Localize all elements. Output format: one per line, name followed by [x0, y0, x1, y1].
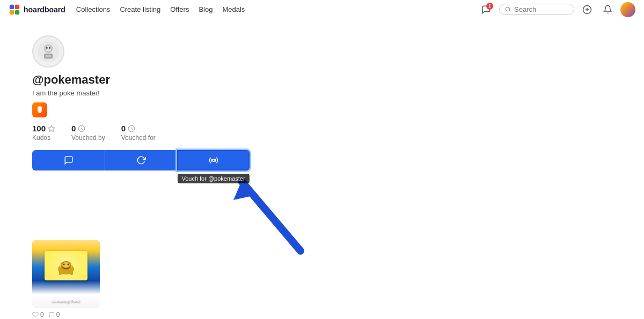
svg-rect-14	[38, 106, 41, 112]
svg-rect-1	[15, 4, 19, 9]
follow-button[interactable]	[105, 150, 177, 170]
svg-rect-15	[38, 107, 38, 112]
svg-rect-2	[10, 10, 14, 14]
svg-point-4	[506, 7, 509, 11]
vouched-by-value: 0	[71, 124, 76, 133]
profile-username: @pokemaster	[32, 73, 612, 87]
user-avatar[interactable]	[620, 2, 635, 17]
svg-rect-3	[15, 10, 19, 14]
message-icon	[64, 155, 74, 165]
profile-avatar	[32, 35, 64, 68]
nav-right: 1	[479, 2, 635, 17]
listing-card[interactable]: Amazing Rare 0 0 Raikou | Viv	[32, 240, 100, 319]
svg-line-5	[509, 11, 510, 12]
logo-text: hoardboard	[24, 5, 65, 14]
svg-rect-26	[59, 271, 62, 275]
svg-rect-16	[41, 107, 42, 112]
vouched-for-label: Vouched for	[121, 134, 156, 142]
listing-likes: 0	[32, 311, 44, 318]
vouch-icon	[209, 155, 218, 165]
profile-badge	[32, 102, 612, 117]
comment-icon	[48, 311, 55, 318]
nav-offers[interactable]: Offers	[170, 5, 189, 13]
stat-kudos: 100 Kudos	[32, 124, 55, 142]
vouch-tooltip: Vouch for @pokemaster	[177, 174, 249, 183]
logo[interactable]: hoardboard	[9, 4, 65, 16]
svg-marker-23	[233, 181, 258, 200]
nav-collections[interactable]: Collections	[76, 5, 111, 13]
navbar: hoardboard Collections Create listing Of…	[0, 0, 644, 19]
kudos-label: Kudos	[32, 134, 55, 142]
badge-icon	[32, 102, 47, 117]
search-input[interactable]	[514, 5, 568, 13]
vouched-for-icon	[128, 125, 135, 132]
nav-links: Collections Create listing Offers Blog M…	[76, 5, 245, 13]
main-content: @pokemaster I am the poke master! 100 Ku…	[0, 19, 644, 319]
stat-vouched-by: 0 Vouched by	[71, 124, 105, 142]
action-buttons: Vouch for @pokemaster	[32, 150, 612, 170]
listing-image: Amazing Rare	[32, 240, 100, 308]
heart-icon	[32, 311, 39, 318]
svg-point-30	[68, 263, 69, 265]
chat-button[interactable]: 1	[479, 2, 494, 17]
search-bar	[499, 4, 574, 15]
stats-row: 100 Kudos 0 Vouched by 0	[32, 124, 612, 142]
vouch-button[interactable]	[177, 150, 250, 170]
svg-rect-17	[38, 112, 41, 113]
svg-rect-27	[70, 271, 73, 275]
vouched-for-value: 0	[121, 124, 126, 133]
kudos-icon	[48, 125, 55, 132]
search-icon	[505, 6, 511, 13]
svg-rect-0	[10, 4, 14, 9]
chat-badge: 1	[486, 3, 493, 10]
listings-row: Amazing Rare 0 0 Raikou | Viv	[32, 240, 612, 319]
vouched-by-label: Vouched by	[71, 134, 105, 142]
notifications-button[interactable]	[600, 2, 615, 17]
messages-button[interactable]	[580, 2, 595, 17]
kudos-value: 100	[32, 124, 46, 133]
follow-icon	[136, 155, 146, 165]
listing-meta: 0 0	[32, 311, 100, 318]
svg-marker-18	[48, 125, 55, 131]
vouch-button-container: Vouch for @pokemaster	[177, 150, 250, 170]
svg-point-29	[63, 263, 65, 265]
listing-comments: 0	[48, 311, 60, 318]
nav-medals[interactable]: Medals	[222, 5, 245, 13]
vouched-by-icon	[78, 125, 85, 132]
nav-blog[interactable]: Blog	[199, 5, 213, 13]
svg-point-11	[49, 47, 50, 49]
svg-point-21	[212, 159, 215, 162]
message-button[interactable]	[32, 150, 105, 170]
nav-create-listing[interactable]: Create listing	[120, 5, 160, 13]
stat-vouched-for: 0 Vouched for	[121, 124, 156, 142]
svg-rect-13	[46, 55, 52, 57]
svg-point-10	[46, 47, 48, 49]
svg-point-9	[46, 46, 52, 51]
profile-bio: I am the poke master!	[32, 89, 612, 97]
